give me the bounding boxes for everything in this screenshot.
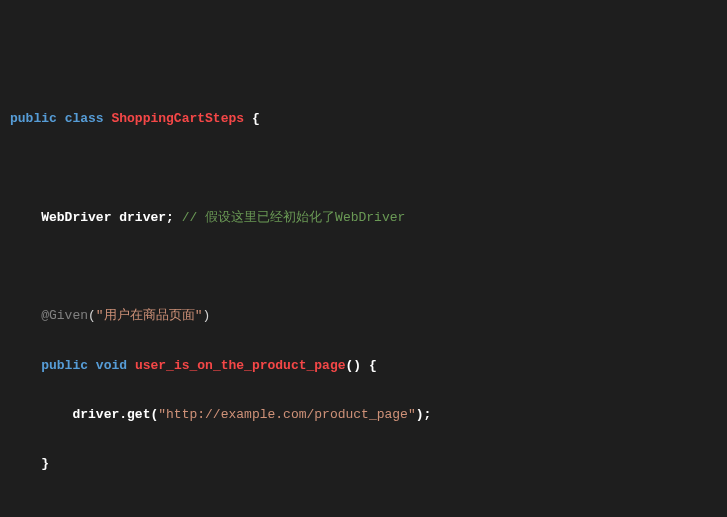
code-line-9 xyxy=(10,502,717,517)
code-line-8: } xyxy=(10,452,717,477)
code-line-5: @Given("用户在商品页面") xyxy=(10,304,717,329)
code-editor[interactable]: public class ShoppingCartSteps { WebDriv… xyxy=(10,107,717,517)
code-line-4 xyxy=(10,255,717,280)
code-line-7: driver.get("http://example.com/product_p… xyxy=(10,403,717,428)
code-line-6: public void user_is_on_the_product_page(… xyxy=(10,354,717,379)
code-line-2 xyxy=(10,156,717,181)
code-line-3: WebDriver driver; // 假设这里已经初始化了WebDriver xyxy=(10,206,717,231)
code-line-1: public class ShoppingCartSteps { xyxy=(10,107,717,132)
